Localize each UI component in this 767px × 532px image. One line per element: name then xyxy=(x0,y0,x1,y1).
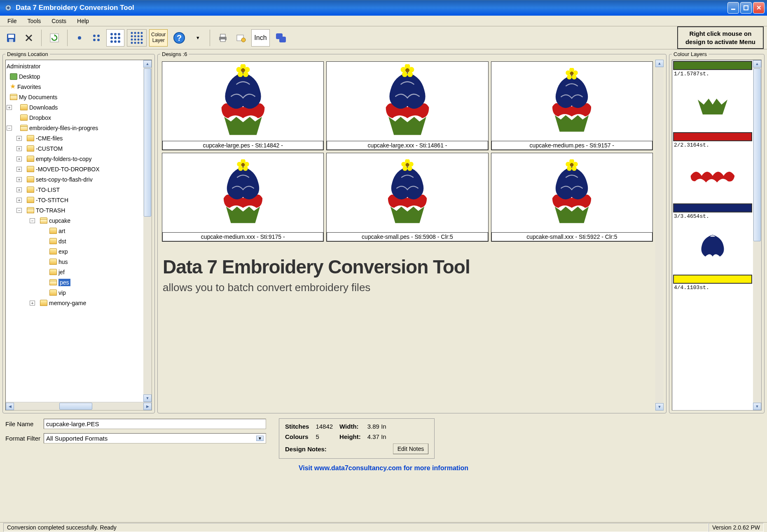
folder-icon xyxy=(10,94,17,100)
colour-layer-item[interactable]: 2/2.3164st. xyxy=(672,132,753,203)
folder-icon xyxy=(27,166,34,172)
scroll-down-icon[interactable]: ▼ xyxy=(143,394,152,402)
width-value: 3.89 In xyxy=(367,423,386,430)
visit-link[interactable]: Visit www.data7consultancy.com for more … xyxy=(0,459,767,474)
titlebar: Data 7 Embroidery Conversion Tool ✕ xyxy=(0,0,767,16)
format-filter-label: Format Filter xyxy=(5,435,40,442)
minimize-button[interactable] xyxy=(727,2,739,14)
designs-legend: Designs :6 xyxy=(160,51,189,57)
svg-point-25 xyxy=(114,40,117,43)
app-icon xyxy=(4,4,12,12)
folder-icon xyxy=(27,145,34,152)
scroll-left-icon[interactable]: ◀ xyxy=(6,403,14,410)
svg-rect-47 xyxy=(220,39,225,42)
svg-point-21 xyxy=(110,37,113,39)
menu-tools[interactable]: Tools xyxy=(23,16,46,26)
overlap-button[interactable] xyxy=(272,29,290,47)
menu-help[interactable]: Help xyxy=(72,16,94,26)
svg-point-23 xyxy=(118,37,120,39)
view-medium-button[interactable] xyxy=(89,29,104,47)
svg-point-49 xyxy=(241,38,246,42)
svg-point-30 xyxy=(141,32,143,34)
layer-meta: 4/4.1103st. xyxy=(672,285,753,292)
design-notes-label: Design Notes: xyxy=(285,446,361,453)
properties-button[interactable] xyxy=(233,29,249,47)
colour-layer-item[interactable]: 4/4.1103st. xyxy=(672,275,753,292)
view-grid3-button[interactable] xyxy=(106,29,124,47)
colour-layers-legend: Colour Layers xyxy=(672,51,709,57)
width-label: Width: xyxy=(339,423,361,430)
svg-point-35 xyxy=(131,38,133,40)
close-button[interactable]: ✕ xyxy=(753,2,765,14)
design-thumb[interactable]: cupcake-small.xxx - Sti:5922 - Clr:5 xyxy=(491,153,653,242)
design-caption: cupcake-small.pes - Sti:5908 - Clr:5 xyxy=(327,232,488,241)
scroll-right-icon[interactable]: ▶ xyxy=(143,403,152,410)
print-button[interactable] xyxy=(215,29,231,47)
svg-point-28 xyxy=(134,32,136,34)
scroll-up-icon[interactable]: ▲ xyxy=(655,60,664,67)
design-thumb[interactable]: cupcake-large.pes - Sti:14842 - xyxy=(162,61,324,150)
svg-point-17 xyxy=(97,39,100,41)
statusbar: Conversion completed successfully. Ready… xyxy=(0,522,767,532)
help-button[interactable]: ? xyxy=(170,29,188,47)
designs-panel: Designs :6 cupcake-large.pes - Sti:14842… xyxy=(157,51,666,413)
swatch xyxy=(673,275,752,284)
promo-text: Data 7 Embroidery Conversion Tool allows… xyxy=(160,243,655,296)
design-caption: cupcake-small.xxx - Sti:5922 - Clr:5 xyxy=(491,232,652,241)
chevron-down-icon[interactable]: ▼ xyxy=(256,436,264,441)
colour-layer-button[interactable]: Colour Layer xyxy=(149,29,168,47)
stitches-label: Stitches xyxy=(285,423,309,430)
tip-box: Right click mouse on design to activate … xyxy=(677,26,764,49)
scroll-up-icon[interactable]: ▲ xyxy=(143,60,152,68)
promo-title: Data 7 Embroidery Conversion Tool xyxy=(163,256,652,278)
menu-costs[interactable]: Costs xyxy=(47,16,71,26)
edit-notes-button[interactable]: Edit Notes xyxy=(393,443,429,454)
scroll-up-icon[interactable]: ▲ xyxy=(753,60,761,68)
design-thumb[interactable]: cupcake-medium.pes - Sti:9157 - xyxy=(491,61,653,150)
folder-icon xyxy=(49,248,57,254)
help-dropdown[interactable]: ▾ xyxy=(191,29,205,47)
svg-point-24 xyxy=(110,40,113,43)
design-caption: cupcake-medium.xxx - Sti:9175 - xyxy=(162,232,323,241)
svg-point-37 xyxy=(138,38,140,40)
format-filter-select[interactable]: All Supported Formats▼ xyxy=(44,433,266,443)
svg-point-14 xyxy=(93,35,96,37)
delete-button[interactable] xyxy=(21,29,36,47)
svg-point-26 xyxy=(118,40,120,43)
refresh-button[interactable] xyxy=(47,29,62,47)
designs-vscroll[interactable]: ▲ ▼ xyxy=(655,60,664,411)
svg-point-31 xyxy=(131,35,133,37)
folder-tree[interactable]: Administrator Desktop ★Favorites My Docu… xyxy=(5,60,152,411)
svg-rect-10 xyxy=(8,35,14,38)
scroll-down-icon[interactable]: ▼ xyxy=(655,403,664,411)
folder-icon xyxy=(27,187,34,193)
svg-point-19 xyxy=(114,33,117,35)
tree-vscroll[interactable]: ▲ ▼ xyxy=(143,60,152,402)
design-thumb[interactable]: cupcake-medium.xxx - Sti:9175 - xyxy=(162,153,324,242)
colours-value: 5 xyxy=(316,433,333,440)
promo-subtitle: allows you to batch convert embroidery f… xyxy=(163,281,652,294)
folder-icon xyxy=(27,135,34,141)
layers-vscroll[interactable]: ▲ ▼ xyxy=(753,60,761,410)
version-label: Version 2.0.62 PW xyxy=(709,523,764,532)
colour-layer-item[interactable]: 3/3.4654st. xyxy=(672,203,753,274)
svg-point-42 xyxy=(141,42,143,44)
folder-icon xyxy=(49,238,57,244)
folder-icon xyxy=(49,259,57,265)
design-thumb[interactable]: cupcake-small.pes - Sti:5908 - Clr:5 xyxy=(326,153,488,242)
menu-file[interactable]: File xyxy=(2,16,22,26)
svg-rect-11 xyxy=(9,39,13,42)
svg-point-40 xyxy=(134,42,136,44)
unit-inch-button[interactable]: Inch xyxy=(251,29,269,47)
maximize-button[interactable] xyxy=(740,2,752,14)
svg-rect-46 xyxy=(220,34,225,37)
colour-layer-item[interactable]: 1/1.5787st. xyxy=(672,61,753,131)
svg-point-33 xyxy=(138,35,140,37)
scroll-down-icon[interactable]: ▼ xyxy=(753,403,761,410)
save-button[interactable] xyxy=(3,29,19,47)
view-single-button[interactable] xyxy=(72,29,87,47)
tree-hscroll[interactable]: ◀ ▶ xyxy=(6,402,152,410)
filename-input[interactable] xyxy=(44,419,266,429)
design-thumb[interactable]: cupcake-large.xxx - Sti:14861 - xyxy=(326,61,488,150)
view-grid4-button[interactable] xyxy=(127,29,147,47)
